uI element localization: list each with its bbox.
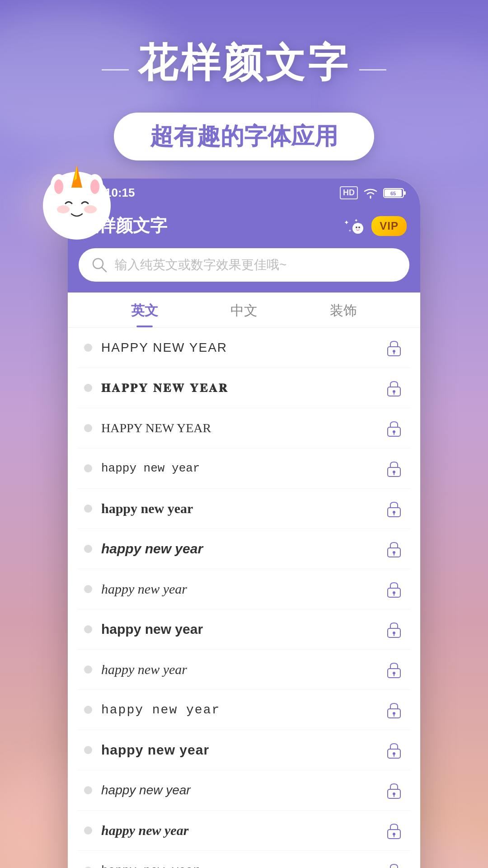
lock-icon[interactable] [384, 821, 404, 840]
font-row[interactable]: happy new year [77, 489, 411, 529]
svg-rect-11 [404, 191, 406, 195]
svg-point-6 [90, 179, 99, 194]
svg-point-17 [356, 226, 357, 228]
font-row[interactable]: happy new year [77, 690, 411, 730]
svg-point-18 [358, 226, 360, 228]
lock-icon[interactable] [384, 700, 404, 720]
row-dot [84, 384, 92, 392]
row-dot [84, 706, 92, 714]
row-dot [84, 786, 92, 794]
lock-icon[interactable] [384, 619, 404, 639]
lock-icon[interactable] [384, 338, 404, 358]
font-row[interactable]: happy new year [77, 650, 411, 690]
svg-text:✦: ✦ [348, 229, 352, 233]
lock-icon[interactable] [384, 458, 404, 478]
row-dot [84, 464, 92, 472]
svg-text:✦: ✦ [354, 218, 358, 223]
lock-icon[interactable] [384, 740, 404, 760]
font-text: happy new year [101, 462, 375, 475]
row-dot [84, 505, 92, 513]
tab-decoration-label: 装饰 [330, 302, 357, 320]
font-text: HAPPY NEW YEAR [101, 340, 375, 355]
phone-mockup: 上午10:15 HD 65 [68, 179, 420, 868]
tabs-section: 英文 中文 装饰 [68, 292, 420, 328]
background: 花样颜文字 超有趣的字体应用 [0, 0, 488, 868]
search-bar[interactable]: 输入纯英文或数字效果更佳哦~ [79, 248, 409, 282]
wifi-icon [362, 187, 379, 199]
row-dot [84, 585, 92, 593]
tab-decoration[interactable]: 装饰 [330, 302, 357, 327]
svg-point-4 [54, 179, 63, 194]
header-right: ✦ ✦ ✦ VIP [342, 215, 407, 237]
font-text: 𝐇𝐀𝐏𝐏𝐘 𝐍𝐄𝐖 𝐘𝐄𝐀𝐑 [101, 381, 375, 395]
font-text: happy new year [101, 541, 375, 557]
search-section: 输入纯英文或数字效果更佳哦~ [68, 248, 420, 292]
font-row[interactable]: happy new year [77, 609, 411, 650]
lock-icon[interactable] [384, 780, 404, 800]
svg-point-8 [84, 205, 97, 213]
tab-english-underline [136, 326, 153, 327]
tab-chinese-label: 中文 [230, 302, 258, 320]
main-title: 花样颜文字 [138, 36, 350, 90]
search-icon [91, 257, 108, 273]
title-line-left [102, 69, 129, 71]
font-row[interactable]: happy new year [77, 811, 411, 851]
svg-text:✦: ✦ [344, 219, 349, 226]
lock-icon[interactable] [384, 861, 404, 868]
font-row[interactable]: 𝐇𝐀𝐏𝐏𝐘 𝐍𝐄𝐖 𝐘𝐄𝐀𝐑 [77, 368, 411, 408]
font-text: happy new year [101, 581, 375, 597]
font-text: happy new year [101, 703, 375, 717]
tab-english[interactable]: 英文 [131, 302, 158, 327]
lock-icon[interactable] [384, 579, 404, 599]
font-row[interactable]: happy new year [77, 770, 411, 811]
phone-mockup-wrapper: 上午10:15 HD 65 [68, 179, 420, 868]
sparkle-icon: ✦ ✦ ✦ [342, 215, 364, 237]
lock-icon[interactable] [384, 499, 404, 519]
font-row[interactable]: happy new year [77, 529, 411, 569]
row-dot [84, 344, 92, 352]
font-text: happy new year [101, 742, 375, 758]
font-text: happy new year [101, 823, 375, 838]
font-row[interactable]: happy new year [77, 448, 411, 489]
row-dot [84, 625, 92, 633]
tab-english-label: 英文 [131, 302, 158, 320]
lock-icon[interactable] [384, 378, 404, 398]
lock-icon[interactable] [384, 539, 404, 559]
lock-icon[interactable] [384, 418, 404, 438]
font-text: happy new year [101, 501, 375, 516]
search-input[interactable]: 输入纯英文或数字效果更佳哦~ [115, 256, 397, 274]
svg-line-20 [102, 267, 106, 272]
vip-badge[interactable]: VIP [371, 216, 407, 236]
font-list: HAPPY NEW YEAR 𝐇𝐀𝐏𝐏𝐘 𝐍𝐄𝐖 𝐘𝐄𝐀𝐑 HAPPy NEW … [68, 328, 420, 868]
font-text: happy new year [101, 864, 375, 868]
svg-point-7 [57, 205, 70, 213]
battery-icon: 65 [383, 187, 407, 199]
row-dot [84, 665, 92, 674]
row-dot [84, 424, 92, 432]
tab-chinese[interactable]: 中文 [230, 302, 258, 327]
svg-point-16 [352, 223, 363, 234]
row-dot [84, 545, 92, 553]
title-line-right [359, 69, 386, 71]
svg-text:65: 65 [390, 191, 396, 196]
status-icons: HD 65 [340, 186, 407, 199]
lock-icon[interactable] [384, 660, 404, 679]
font-row[interactable]: happy new year [77, 730, 411, 770]
font-row[interactable]: happy new year [77, 569, 411, 609]
font-text: HAPPy NEW yEAR [101, 421, 375, 435]
subtitle-badge: 超有趣的字体应用 [114, 113, 374, 160]
hd-icon: HD [340, 186, 358, 199]
font-text: happy new year [101, 783, 375, 797]
subtitle-text: 超有趣的字体应用 [150, 123, 338, 149]
mascot-large [32, 151, 122, 242]
title-decoration: 花样颜文字 [0, 36, 488, 104]
font-row[interactable]: happy new year [77, 851, 411, 868]
font-row[interactable]: HAPPy NEW yEAR [77, 408, 411, 448]
row-dot [84, 826, 92, 835]
font-text: happy new year [101, 662, 375, 677]
font-row[interactable]: HAPPY NEW YEAR [77, 328, 411, 368]
row-dot [84, 746, 92, 754]
font-text: happy new year [101, 622, 375, 637]
